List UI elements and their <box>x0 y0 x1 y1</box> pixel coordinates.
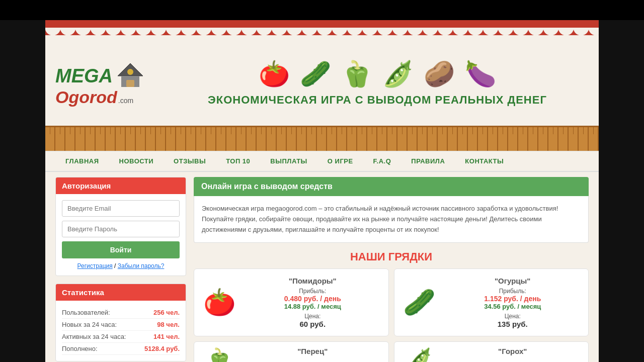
product-profit-day-0: 0.480 руб. / день <box>245 295 381 303</box>
product-price-1: 135 руб. <box>445 320 581 328</box>
nav-link-news[interactable]: НОВОСТИ <box>109 151 164 171</box>
tomato-icon: 🍅 <box>259 59 290 88</box>
nav-item-about[interactable]: О ИГРЕ <box>317 151 363 171</box>
top-black-bar <box>0 0 644 20</box>
product-info-0: "Помидоры" Прибыль: 0.480 руб. / день 14… <box>245 277 381 328</box>
product-profit-month-0: 14.88 руб. / месяц <box>245 303 381 310</box>
nav-item-rules[interactable]: ПРАВИЛА <box>401 151 455 171</box>
register-link[interactable]: Регистрация <box>77 262 113 269</box>
beds-section: НАШИ ГРЯДКИ 🍅 "Помидоры" Прибыль: 0.480 … <box>194 250 589 362</box>
stats-value-2: 141 чел. <box>153 333 180 340</box>
product-icon-3: 🫛 <box>402 347 437 362</box>
content-header: Онлайн игра с выводом средств <box>194 177 589 196</box>
svg-rect-2 <box>126 80 134 87</box>
nav-item-faq[interactable]: F.A.Q <box>363 151 401 171</box>
product-card-2: 🫑 "Перец" <box>194 341 389 362</box>
stats-row-2: Активных за 24 часа: 141 чел. <box>62 331 180 343</box>
forgot-link[interactable]: Забыли пароль? <box>118 262 165 269</box>
peas-icon: 🫛 <box>382 59 414 88</box>
scallop-border <box>45 20 599 35</box>
content-body: Экономическая игра megaogorod.com – это … <box>194 196 589 243</box>
auth-header: Авторизация <box>56 177 186 194</box>
main-content: Авторизация Войти Регистрация / Забыли п… <box>45 172 599 362</box>
content-description: Экономическая игра megaogorod.com – это … <box>202 204 581 235</box>
email-input[interactable] <box>62 200 180 217</box>
nav-link-faq[interactable]: F.A.Q <box>363 151 401 171</box>
cucumber-icon: 🥒 <box>300 59 331 88</box>
product-price-label-1: Цена: <box>445 313 581 320</box>
stats-row-1: Новых за 24 часа: 98 чел. <box>62 319 180 331</box>
potato-icon: 🥔 <box>424 59 455 88</box>
nav-item-top10[interactable]: ТОП 10 <box>216 151 260 171</box>
nav-item-reviews[interactable]: ОТЗЫВЫ <box>164 151 216 171</box>
stats-body: Пользователей: 256 чел. Новых за 24 часа… <box>56 301 186 361</box>
eggplant-icon: 🍆 <box>465 59 496 88</box>
nav-link-home[interactable]: ГЛАВНАЯ <box>55 151 109 171</box>
login-button[interactable]: Войти <box>62 241 180 258</box>
nav-item-home[interactable]: ГЛАВНАЯ <box>55 151 109 171</box>
vegetables-row: 🍅 🥒 🫑 🫛 🥔 🍆 <box>176 59 579 88</box>
product-name-1: "Огурцы" <box>445 277 581 285</box>
product-icon-1: 🥒 <box>402 287 437 318</box>
stats-row-3: Пополнено: 5128.4 руб. <box>62 343 180 355</box>
nav-list: ГЛАВНАЯ НОВОСТИ ОТЗЫВЫ ТОП 10 ВЫПЛАТЫ О … <box>55 151 589 171</box>
auth-box: Авторизация Войти Регистрация / Забыли п… <box>55 177 186 276</box>
nav-link-payouts[interactable]: ВЫПЛАТЫ <box>260 151 317 171</box>
product-icon-2: 🫑 <box>202 347 237 362</box>
stats-table: Пользователей: 256 чел. Новых за 24 часа… <box>62 307 180 355</box>
product-profit-label-1: Прибыль: <box>445 288 581 295</box>
stats-label-1: Новых за 24 часа: <box>62 321 117 328</box>
logo-ogorod-text: Ogorod <box>55 88 117 106</box>
nav-link-rules[interactable]: ПРАВИЛА <box>401 151 455 171</box>
logo-com-text: .com <box>118 97 133 105</box>
product-price-label-0: Цена: <box>245 313 381 320</box>
content-area: Онлайн игра с выводом средств Экономичес… <box>194 177 589 362</box>
stats-label-3: Пополнено: <box>62 345 98 352</box>
logo-mega-text: MEGA <box>55 66 113 85</box>
product-name-2: "Перец" <box>245 347 381 355</box>
stats-label-0: Пользователей: <box>62 309 110 316</box>
product-name-0: "Помидоры" <box>245 277 381 285</box>
online-game-section: Онлайн игра с выводом средств Экономичес… <box>194 177 589 243</box>
auth-body: Войти Регистрация / Забыли пароль? <box>56 194 186 276</box>
stats-value-1: 98 чел. <box>157 321 180 328</box>
product-info-2: "Перец" <box>245 347 381 358</box>
stats-value-0: 256 чел. <box>153 309 180 316</box>
product-info-1: "Огурцы" Прибыль: 1.152 руб. / день 34.5… <box>445 277 581 328</box>
product-price-0: 60 руб. <box>245 320 381 328</box>
auth-separator: / <box>114 262 118 269</box>
nav-link-reviews[interactable]: ОТЗЫВЫ <box>164 151 216 171</box>
pepper-icon: 🫑 <box>341 59 372 88</box>
beds-title: НАШИ ГРЯДКИ <box>194 250 589 263</box>
nav-link-about[interactable]: О ИГРЕ <box>317 151 363 171</box>
product-icon-0: 🍅 <box>202 287 237 318</box>
product-info-3: "Горох" <box>445 347 581 358</box>
nav-link-top10[interactable]: ТОП 10 <box>216 151 260 171</box>
nav-item-news[interactable]: НОВОСТИ <box>109 151 164 171</box>
site-tagline: ЭКОНОМИЧЕСКАЯ ИГРА С ВЫВОДОМ РЕАЛЬНЫХ ДЕ… <box>176 94 579 107</box>
password-input[interactable] <box>62 221 180 237</box>
fence-decoration <box>45 126 599 151</box>
stats-label-2: Активных за 24 часа: <box>62 333 126 340</box>
product-profit-month-1: 34.56 руб. / месяц <box>445 303 581 310</box>
stats-box: Статистика Пользователей: 256 чел. Новых… <box>55 284 186 361</box>
header-center: 🍅 🥒 🫑 🫛 🥔 🍆 ЭКОНОМИЧЕСКАЯ ИГРА С ВЫВОДОМ… <box>166 59 589 107</box>
logo-area: MEGA Ogorod .com <box>55 61 166 106</box>
product-profit-day-1: 1.152 руб. / день <box>445 295 581 303</box>
logo-house-icon <box>115 61 145 91</box>
nav-bar: ГЛАВНАЯ НОВОСТИ ОТЗЫВЫ ТОП 10 ВЫПЛАТЫ О … <box>45 151 599 172</box>
nav-item-contacts[interactable]: КОНТАКТЫ <box>455 151 514 171</box>
nav-link-contacts[interactable]: КОНТАКТЫ <box>455 151 514 171</box>
nav-item-payouts[interactable]: ВЫПЛАТЫ <box>260 151 317 171</box>
stats-row-0: Пользователей: 256 чел. <box>62 307 180 319</box>
stats-header: Статистика <box>56 284 186 301</box>
sidebar: Авторизация Войти Регистрация / Забыли п… <box>55 177 186 362</box>
product-card-1: 🥒 "Огурцы" Прибыль: 1.152 руб. / день 34… <box>394 268 589 336</box>
product-card-0: 🍅 "Помидоры" Прибыль: 0.480 руб. / день … <box>194 268 389 336</box>
product-card-3: 🫛 "Горох" <box>394 341 589 362</box>
stats-value-3: 5128.4 руб. <box>144 345 180 352</box>
svg-point-3 <box>127 69 133 75</box>
product-profit-label-0: Прибыль: <box>245 288 381 295</box>
site-header: MEGA Ogorod .com <box>45 35 599 126</box>
auth-links: Регистрация / Забыли пароль? <box>62 262 180 269</box>
